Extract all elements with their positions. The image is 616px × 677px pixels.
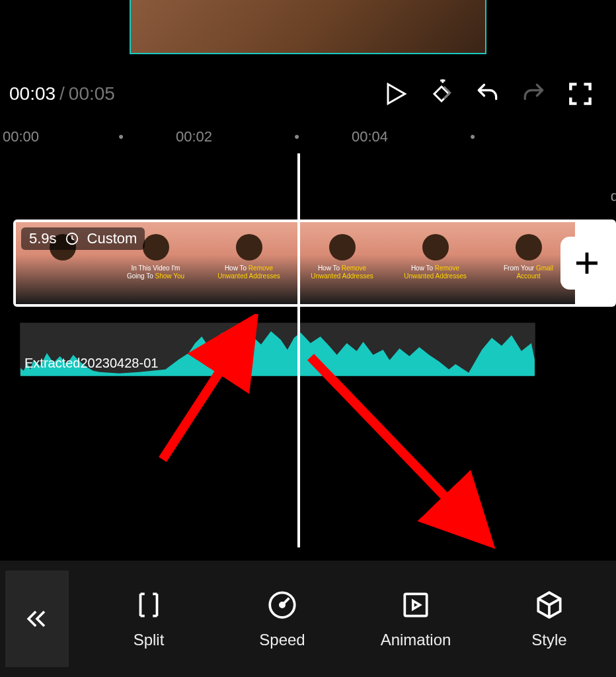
audio-clip-label: Extracted20230428-01: [24, 354, 158, 372]
player-controls: 00:03/00:05: [0, 56, 616, 127]
speed-button[interactable]: Speed: [215, 588, 349, 649]
svg-point-8: [280, 603, 284, 607]
redo-button[interactable]: [514, 74, 554, 114]
back-button[interactable]: [5, 571, 69, 667]
timeline[interactable]: 5.9s Custom In This Video I'mGoing To Sh…: [0, 153, 616, 537]
clip-thumbnail: How To RemoveUnwanted Addresses: [202, 222, 295, 304]
ruler-tick: 00:00: [0, 128, 66, 145]
clip-info: 5.9s Custom: [21, 227, 145, 250]
split-button[interactable]: Split: [82, 588, 215, 649]
split-icon: [132, 588, 165, 621]
clip-thumbnail: How To RemoveUnwanted Addresses: [389, 222, 482, 304]
cutoff-text: d: [611, 188, 616, 205]
clock-icon: [65, 231, 79, 246]
style-button[interactable]: Style: [482, 588, 616, 649]
tool-label: Style: [531, 631, 566, 649]
tool-label: Split: [134, 631, 165, 649]
tool-label: Speed: [259, 631, 305, 649]
time-display: 00:03/00:05: [9, 83, 115, 104]
cube-icon: [533, 588, 566, 621]
preview-frame: [130, 0, 486, 54]
svg-rect-9: [404, 594, 426, 616]
add-clip-button[interactable]: [560, 237, 613, 290]
tool-label: Animation: [381, 631, 451, 649]
bottom-toolbar: Split Speed Animation Style: [0, 561, 616, 677]
timeline-ruler[interactable]: 00:00 00:02 00:04: [0, 127, 616, 153]
plus-icon: [571, 247, 603, 279]
animation-icon: [399, 588, 432, 621]
fullscreen-button[interactable]: [560, 74, 600, 114]
ruler-tick: 00:04: [352, 128, 418, 145]
clip-mode: Custom: [87, 230, 137, 247]
keyframe-button[interactable]: [422, 74, 461, 114]
ruler-tick: 00:02: [176, 128, 242, 145]
current-time: 00:03: [9, 83, 56, 104]
undo-button[interactable]: [468, 74, 508, 114]
speed-icon: [266, 588, 299, 621]
clip-thumbnail: How To RemoveUnwanted Addresses: [295, 222, 389, 304]
video-track[interactable]: 5.9s Custom In This Video I'mGoing To Sh…: [13, 219, 616, 307]
playhead[interactable]: [297, 153, 300, 547]
audio-track[interactable]: Extracted20230428-01: [20, 323, 535, 376]
video-preview[interactable]: [0, 0, 616, 56]
clip-duration: 5.9s: [29, 230, 57, 247]
animation-button[interactable]: Animation: [349, 588, 482, 649]
total-time: 00:05: [69, 83, 115, 104]
play-button[interactable]: [375, 74, 415, 114]
chevron-double-left-icon: [22, 604, 52, 633]
